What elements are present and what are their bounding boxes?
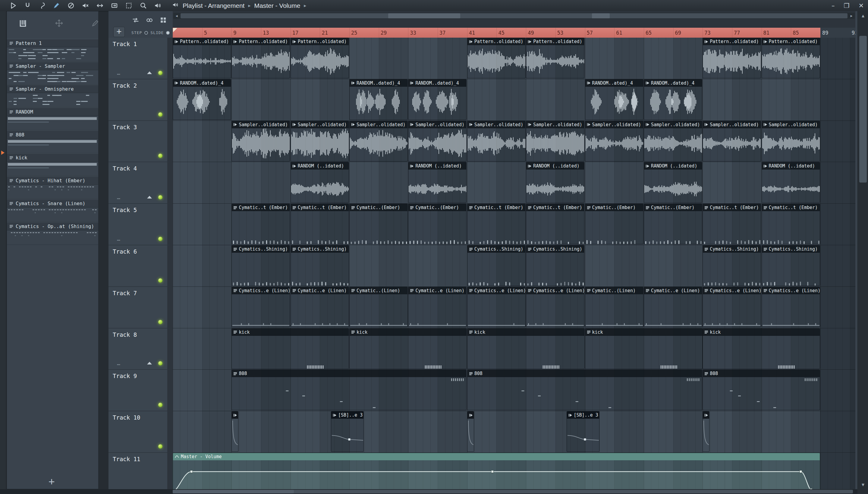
snap-magnet-icon[interactable] [22, 1, 33, 10]
scroll-down-arrow[interactable]: ▼ [858, 480, 868, 489]
clip[interactable]: Pattern..olidated) [232, 38, 290, 78]
track-mute-led[interactable] [158, 278, 163, 283]
maximize-button[interactable]: ❐ [844, 2, 850, 10]
clip[interactable]: Sampler..olidated) [526, 121, 585, 162]
vscroll-thumb[interactable] [859, 36, 867, 183]
left-scroll-strip[interactable] [0, 11, 6, 489]
track-options-dots[interactable]: … [117, 70, 120, 76]
clip[interactable]: Cymatic..(Ember) [408, 204, 466, 244]
clip[interactable]: Cymatic..t (Ember) [291, 204, 349, 244]
playlist-grid[interactable]: Pattern..olidated)Pattern..olidated)Patt… [173, 38, 855, 489]
clip[interactable]: Cymatic..(Linen) [585, 287, 644, 327]
link-icon[interactable] [145, 16, 154, 25]
track-options-dots[interactable]: … [117, 235, 120, 242]
automation-clip[interactable]: Master - Volume [173, 453, 820, 489]
track-mute-led[interactable] [158, 112, 163, 117]
clip[interactable]: Cymatic..t (Ember) [526, 204, 585, 244]
track-mute-led[interactable] [158, 320, 163, 324]
preview-speaker-icon[interactable] [152, 1, 163, 10]
track-header[interactable]: Track 6 [109, 245, 167, 287]
slide-tool-icon[interactable] [109, 1, 119, 10]
clip[interactable]: Sampler..olidated) [291, 121, 349, 162]
sidebar-item[interactable]: Pattern 1 [7, 39, 98, 62]
clip[interactable]: 808 [703, 369, 820, 410]
track-mute-led[interactable] [158, 361, 163, 365]
clip[interactable]: Cymatics..e (Linen) [467, 287, 525, 327]
track-collapse-arrow[interactable] [147, 362, 152, 364]
track-header[interactable]: Track 9 [109, 369, 167, 411]
clip[interactable]: Cymatics..Shining) [232, 245, 290, 286]
clip[interactable]: Cymatic..(Ember) [349, 204, 408, 244]
b[interactable] [0, 489, 857, 494]
clip[interactable]: Sampler..olidated) [644, 121, 702, 162]
clip[interactable]: RANDOM..dated)_4 [408, 79, 466, 120]
clip[interactable]: 808 [467, 369, 702, 410]
clip[interactable]: Cymatics..e (Linen) [703, 287, 761, 327]
track-collapse-arrow[interactable] [147, 196, 152, 198]
slide-toggle[interactable] [166, 31, 170, 35]
clip[interactable]: Cymatic..t (Ember) [703, 204, 761, 244]
grid-fit-icon[interactable] [159, 16, 168, 25]
zoom-tool-icon[interactable] [138, 1, 148, 10]
track-header[interactable]: Track 8… [109, 328, 167, 370]
clip[interactable]: Cymatic..e (Linen) [291, 287, 349, 327]
clip[interactable]: Cymatics..e (Linen) [762, 287, 820, 327]
clip[interactable]: RANDOM..dated)_4 [173, 79, 231, 120]
track-lane[interactable] [173, 79, 855, 121]
clip[interactable] [467, 411, 474, 452]
track-header[interactable]: Track 3 [109, 121, 167, 163]
track-header[interactable]: Track 2 [109, 79, 167, 121]
track-mute-led[interactable] [158, 71, 163, 75]
clip[interactable]: Sampler..olidated) [232, 121, 290, 162]
sidebar-item[interactable]: Sampler - Omnisphere [7, 84, 98, 108]
track-mute-led[interactable] [158, 237, 163, 241]
clip[interactable]: Cymatics..Shining) [703, 245, 761, 286]
clip[interactable]: Cymatics..Shining) [467, 245, 525, 286]
clip[interactable]: kick [232, 328, 349, 369]
clip[interactable]: Sampler..olidated) [762, 121, 820, 162]
playlist-add-button[interactable]: + [113, 27, 125, 37]
track-options-dots[interactable]: … [117, 194, 120, 200]
clip[interactable]: Cymatic..(Linen) [349, 287, 408, 327]
step-toggle[interactable] [144, 31, 148, 35]
clip[interactable]: Pattern..olidated) [703, 38, 761, 78]
move-tool-icon[interactable] [55, 19, 63, 29]
track-mute-led[interactable] [158, 195, 163, 200]
track-mute-led[interactable] [158, 154, 163, 158]
clip[interactable]: Pattern..olidated) [762, 38, 820, 78]
clip[interactable] [232, 411, 238, 452]
clip[interactable]: RANDOM..dated)_4 [644, 79, 702, 120]
delete-tool-icon[interactable] [66, 1, 76, 10]
clip[interactable]: RANDOM (..idated) [291, 162, 349, 203]
clip[interactable]: Cymatics..e (Linen) [526, 287, 585, 327]
track-collapse-arrow[interactable] [147, 71, 152, 74]
sidebar-item[interactable]: Cymatics - Hihat (Ember) [7, 176, 98, 199]
track-options-dots[interactable]: … [117, 360, 120, 366]
track-lane[interactable] [173, 411, 855, 453]
sidebar-item[interactable]: Cymatics - Snare (Linen) [7, 199, 98, 222]
clip[interactable]: Pattern..olidated) [467, 38, 525, 78]
clip[interactable]: Cymatic..t (Ember) [232, 204, 290, 244]
track-header[interactable]: Track 1… [109, 38, 167, 79]
sidebar-item[interactable]: Sampler - Sampler [7, 62, 98, 84]
clip[interactable]: RANDOM (..idated) [408, 162, 466, 203]
track-header[interactable]: Track 7 [109, 287, 167, 328]
clip[interactable]: Sampler..olidated) [349, 121, 408, 162]
clip[interactable]: RANDOM..dated)_4 [349, 79, 408, 120]
clip[interactable]: Pattern..olidated) [526, 38, 585, 78]
vertical-scrollbar[interactable]: ▲ ▼ [857, 11, 868, 489]
clip[interactable]: RANDOM (..idated) [644, 162, 702, 203]
clip[interactable]: Cymatics..Shining) [526, 245, 585, 286]
timeline-ruler[interactable]: 5913172125293337414549535761656973778185… [173, 28, 855, 38]
track-header[interactable]: Track 10 [109, 411, 167, 453]
clip[interactable]: kick [703, 328, 820, 369]
clip[interactable]: Pattern..olidated) [173, 38, 231, 78]
select-marquee-icon[interactable] [124, 1, 134, 10]
clip[interactable]: Cymatic..e (Linen) [644, 287, 702, 327]
clip[interactable]: Sampler..olidated) [408, 121, 466, 162]
sidebar-item[interactable]: Cymatics - Op..at (Shining) [7, 222, 98, 245]
hscroll-thumb[interactable] [181, 13, 848, 18]
play-icon[interactable] [8, 1, 18, 10]
clip[interactable]: [SB]..e 3 [331, 411, 364, 452]
track-mute-led[interactable] [158, 444, 163, 449]
